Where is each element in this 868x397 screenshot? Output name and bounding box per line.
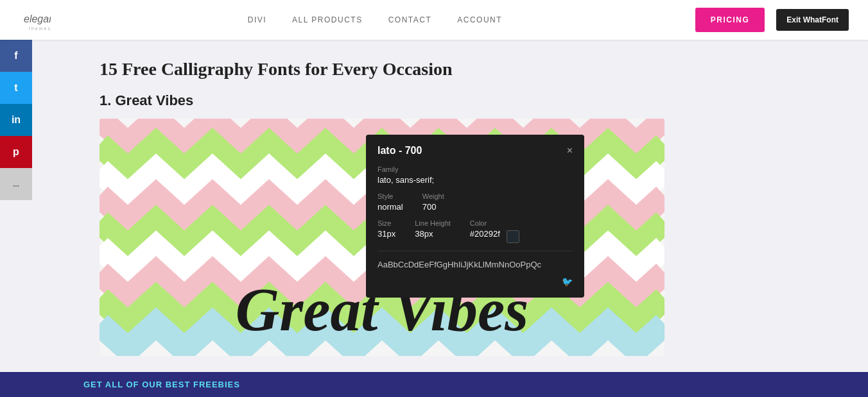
exit-whatfont-button[interactable]: Exit WhatFont (776, 9, 849, 31)
weight-value: 700 (422, 202, 444, 212)
lineheight-label: Line Height (415, 219, 451, 227)
svg-text:themes: themes (29, 26, 51, 31)
popup-twitter: 🐦 (378, 276, 573, 287)
more-button[interactable]: ... (0, 168, 32, 200)
main-content: f t in p ... 15 Free Calligraphy Fonts f… (0, 40, 868, 397)
size-label: Size (378, 219, 395, 227)
popup-color-section: Color #20292f (470, 219, 519, 243)
popup-size-section: Size 31px (378, 219, 395, 243)
family-value: lato, sans-serif; (378, 175, 573, 185)
svg-text:elegant: elegant (24, 13, 51, 24)
nav-account[interactable]: ACCOUNT (457, 15, 502, 24)
popup-lineheight-section: Line Height 38px (415, 219, 451, 243)
color-swatch (507, 230, 519, 243)
family-label: Family (378, 165, 573, 173)
popup-header: lato - 700 × (378, 145, 573, 156)
nav-divi[interactable]: DIVI (248, 15, 266, 24)
popup-style-section: Style normal (378, 192, 403, 212)
style-value: normal (378, 202, 403, 212)
color-label: Color (470, 219, 519, 227)
more-icon: ... (13, 180, 19, 189)
logo-icon: elegant ✦ themes (19, 4, 51, 36)
section-heading: 1. Great Vibes (100, 92, 842, 109)
linkedin-icon: in (12, 114, 21, 126)
twitter-share-icon[interactable]: 🐦 (562, 276, 573, 287)
popup-family-section: Family lato, sans-serif; (378, 165, 573, 185)
pinterest-icon: p (13, 146, 19, 158)
article-title: 15 Free Calligraphy Fonts for Every Occa… (100, 59, 842, 80)
pinterest-button[interactable]: p (0, 136, 32, 168)
logo: elegant ✦ themes (19, 4, 55, 36)
facebook-icon: f (14, 50, 17, 62)
color-value: #20292f (470, 229, 500, 239)
popup-style-weight-row: Style normal Weight 700 (378, 192, 573, 212)
nav-contact[interactable]: CONTACT (388, 15, 432, 24)
nav-all-products[interactable]: ALL PRODUCTS (292, 15, 363, 24)
bottom-bar[interactable]: GET ALL OF OUR BEST FREEBIES (0, 372, 868, 397)
color-row: #20292f (470, 229, 519, 243)
bottom-bar-text: GET ALL OF OUR BEST FREEBIES (83, 380, 240, 389)
weight-label: Weight (422, 192, 444, 200)
lineheight-value: 38px (415, 229, 451, 239)
pricing-button[interactable]: PRICING (695, 8, 765, 32)
header: elegant ✦ themes DIVI ALL PRODUCTS CONTA… (0, 0, 868, 40)
popup-alphabet: AaBbCcDdEeFfGgHhIiJjKkLlMmNnOoPpQc (378, 251, 573, 271)
linkedin-button[interactable]: in (0, 104, 32, 136)
social-sidebar: f t in p ... (0, 40, 32, 397)
popup-weight-section: Weight 700 (422, 192, 444, 212)
twitter-button[interactable]: t (0, 72, 32, 104)
main-nav: DIVI ALL PRODUCTS CONTACT ACCOUNT (248, 15, 502, 24)
whatfont-popup: lato - 700 × Family lato, sans-serif; St… (366, 135, 584, 298)
popup-size-lineheight-color-row: Size 31px Line Height 38px Color #20292f (378, 219, 573, 243)
popup-title: lato - 700 (378, 145, 422, 156)
popup-close-button[interactable]: × (567, 145, 573, 156)
twitter-icon: t (14, 82, 17, 94)
facebook-button[interactable]: f (0, 40, 32, 72)
logo-svg: elegant ✦ themes (20, 4, 51, 35)
size-value: 31px (378, 229, 395, 239)
style-label: Style (378, 192, 403, 200)
